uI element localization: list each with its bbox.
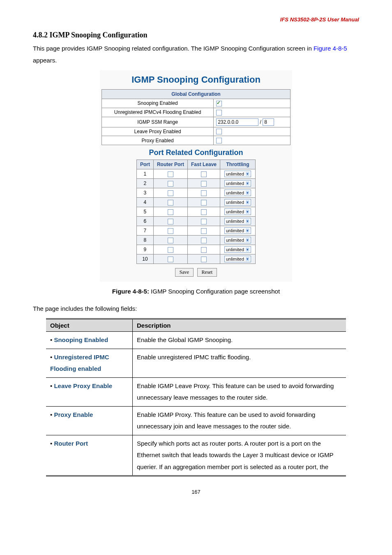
fast-leave-checkbox[interactable] bbox=[201, 209, 207, 215]
port-row: 3unlimited▾ bbox=[136, 188, 255, 198]
section-heading: IGMP Snooping Configuration bbox=[50, 31, 148, 39]
port-number: 7 bbox=[136, 226, 153, 236]
port-row: 2unlimited▾ bbox=[136, 179, 255, 188]
ssm-prefix-input[interactable]: 8 bbox=[263, 118, 274, 126]
throttling-select[interactable]: unlimited▾ bbox=[224, 227, 251, 234]
chevron-down-icon: ▾ bbox=[246, 200, 249, 204]
bullet-icon: • bbox=[50, 440, 54, 447]
fast-leave-checkbox[interactable] bbox=[201, 200, 207, 206]
leave-proxy-checkbox[interactable] bbox=[216, 129, 222, 134]
col-fast: Fast Leave bbox=[187, 160, 220, 169]
section-number: 4.8.2 bbox=[33, 31, 48, 39]
object-label: Unregistered IPMC Flooding enabled bbox=[50, 354, 109, 372]
reset-button[interactable]: Reset bbox=[197, 268, 217, 277]
throttling-value: unlimited bbox=[226, 190, 244, 195]
throttling-select[interactable]: unlimited▾ bbox=[224, 199, 251, 206]
port-number: 8 bbox=[136, 236, 153, 245]
save-button[interactable]: Save bbox=[175, 268, 194, 277]
throttling-value: unlimited bbox=[226, 171, 244, 176]
snooping-enabled-checkbox[interactable] bbox=[216, 101, 222, 106]
fast-leave-checkbox[interactable] bbox=[201, 257, 207, 262]
chevron-down-icon: ▾ bbox=[246, 210, 249, 214]
object-label: Proxy Enable bbox=[54, 411, 93, 418]
fast-leave-checkbox[interactable] bbox=[201, 181, 207, 187]
throttling-select[interactable]: unlimited▾ bbox=[224, 190, 251, 196]
fast-leave-checkbox[interactable] bbox=[201, 247, 207, 253]
bullet-icon: • bbox=[50, 411, 54, 418]
router-port-checkbox[interactable] bbox=[168, 171, 173, 177]
fast-leave-checkbox[interactable] bbox=[201, 238, 207, 243]
chevron-down-icon: ▾ bbox=[246, 257, 249, 261]
throttling-value: unlimited bbox=[226, 209, 244, 214]
desc-row: • Snooping EnabledEnable the Global IGMP… bbox=[46, 332, 346, 349]
throttling-select[interactable]: unlimited▾ bbox=[224, 256, 251, 262]
port-row: 1unlimited▾ bbox=[136, 169, 255, 179]
router-port-checkbox[interactable] bbox=[168, 219, 173, 224]
ssm-ip-input[interactable]: 232.0.0.0 bbox=[216, 118, 258, 126]
global-config-table: Global Configuration Snooping Enabled Un… bbox=[101, 89, 291, 145]
desc-col-object: Object bbox=[46, 319, 133, 332]
fast-leave-checkbox[interactable] bbox=[201, 190, 207, 196]
fast-leave-checkbox[interactable] bbox=[201, 228, 207, 234]
object-description: Enable unregistered IPMC traffic floodin… bbox=[133, 349, 346, 377]
router-port-checkbox[interactable] bbox=[168, 228, 173, 234]
router-port-checkbox[interactable] bbox=[168, 209, 173, 215]
throttling-select[interactable]: unlimited▾ bbox=[224, 208, 251, 215]
throttling-select[interactable]: unlimited▾ bbox=[224, 171, 251, 177]
router-port-checkbox[interactable] bbox=[168, 190, 173, 196]
proxy-checkbox[interactable] bbox=[216, 138, 222, 143]
port-config-table: Port Router Port Fast Leave Throttling 1… bbox=[136, 160, 256, 264]
col-router: Router Port bbox=[153, 160, 187, 169]
panel-title: IGMP Snooping Configuration bbox=[101, 74, 291, 85]
chevron-down-icon: ▾ bbox=[246, 191, 249, 195]
fast-leave-checkbox[interactable] bbox=[201, 171, 207, 177]
port-row: 9unlimited▾ bbox=[136, 245, 255, 254]
router-port-checkbox[interactable] bbox=[168, 247, 173, 253]
throttling-select[interactable]: unlimited▾ bbox=[224, 237, 251, 243]
description-table: Object Description • Snooping EnabledEna… bbox=[46, 318, 346, 476]
port-row: 8unlimited▾ bbox=[136, 236, 255, 245]
throttling-select[interactable]: unlimited▾ bbox=[224, 218, 251, 224]
router-port-checkbox[interactable] bbox=[168, 238, 173, 243]
throttling-value: unlimited bbox=[226, 228, 244, 233]
fast-leave-checkbox[interactable] bbox=[201, 219, 207, 224]
intro-prefix: This page provides IGMP Snooping related… bbox=[33, 45, 314, 52]
ssm-range-label: IGMP SSM Range bbox=[102, 117, 214, 127]
port-number: 2 bbox=[136, 179, 153, 188]
object-description: Enable IGMP Leave Proxy. This feature ca… bbox=[133, 377, 346, 406]
flooding-enabled-checkbox[interactable] bbox=[216, 110, 222, 116]
desc-row: • Unregistered IPMC Flooding enabledEnab… bbox=[46, 349, 346, 377]
button-row: Save Reset bbox=[101, 268, 291, 277]
snooping-enabled-label: Snooping Enabled bbox=[102, 99, 214, 108]
desc-row: • Leave Proxy EnableEnable IGMP Leave Pr… bbox=[46, 377, 346, 406]
intro-suffix: appears. bbox=[33, 57, 57, 64]
figure-link[interactable]: Figure 4-8-5 bbox=[314, 45, 347, 52]
router-port-checkbox[interactable] bbox=[168, 181, 173, 187]
throttling-value: unlimited bbox=[226, 200, 244, 205]
page-number: 167 bbox=[33, 489, 359, 495]
header-product: IFS NS3502-8P-2S User Manual bbox=[33, 16, 359, 23]
throttling-select[interactable]: unlimited▾ bbox=[224, 180, 251, 187]
fields-intro: The page includes the following fields: bbox=[33, 305, 359, 312]
object-label: Snooping Enabled bbox=[54, 336, 108, 343]
port-number: 10 bbox=[136, 254, 153, 264]
chevron-down-icon: ▾ bbox=[246, 238, 249, 242]
throttling-value: unlimited bbox=[226, 219, 244, 224]
object-description: Enable IGMP Proxy. This feature can be u… bbox=[133, 406, 346, 435]
chevron-down-icon: ▾ bbox=[246, 181, 249, 185]
port-row: 5unlimited▾ bbox=[136, 207, 255, 217]
bullet-icon: • bbox=[50, 354, 54, 361]
throttling-value: unlimited bbox=[226, 247, 244, 252]
intro-text: This page provides IGMP Snooping related… bbox=[33, 43, 359, 66]
bullet-icon: • bbox=[50, 382, 54, 389]
router-port-checkbox[interactable] bbox=[168, 200, 173, 206]
throttling-select[interactable]: unlimited▾ bbox=[224, 246, 251, 253]
bullet-icon: • bbox=[50, 336, 54, 343]
chevron-down-icon: ▾ bbox=[246, 247, 249, 252]
chevron-down-icon: ▾ bbox=[246, 229, 249, 233]
desc-row: • Router PortSpecify which ports act as … bbox=[46, 435, 346, 476]
router-port-checkbox[interactable] bbox=[168, 257, 173, 262]
port-number: 4 bbox=[136, 198, 153, 207]
desc-row: • Proxy EnableEnable IGMP Proxy. This fe… bbox=[46, 406, 346, 435]
ssm-slash: / bbox=[260, 119, 261, 125]
